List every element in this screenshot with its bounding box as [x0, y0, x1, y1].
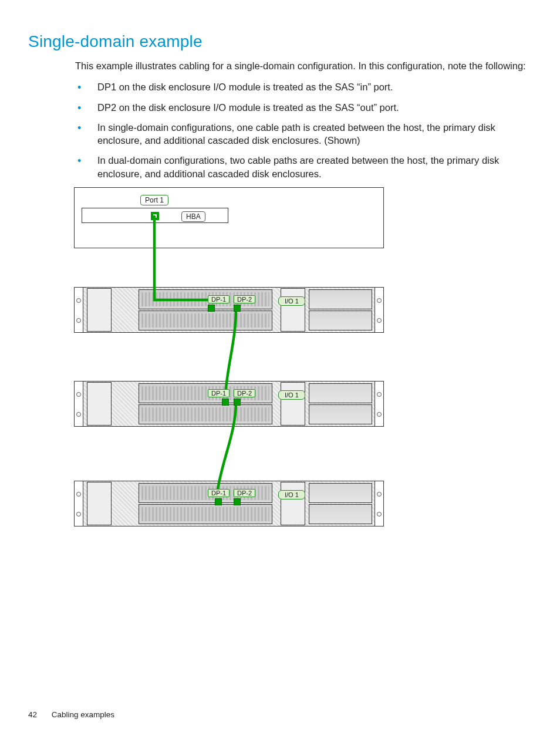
- dp1-label: DP-1: [208, 389, 230, 397]
- bullet-item: In dual-domain configurations, two cable…: [75, 154, 526, 180]
- disk-enclosure-1: DP-1 DP-2 I/O 1: [74, 287, 384, 333]
- page-number: 42: [28, 710, 49, 719]
- io1-label: I/O 1: [278, 490, 305, 499]
- bullet-item: DP2 on the disk enclosure I/O module is …: [75, 101, 526, 114]
- port1-label: Port 1: [140, 195, 168, 205]
- host-server-box: Port 1 HBA: [74, 187, 384, 248]
- dp2-label: DP-2: [234, 489, 255, 497]
- bullet-list: DP1 on the disk enclosure I/O module is …: [75, 80, 526, 180]
- io1-label: I/O 1: [278, 390, 305, 400]
- disk-enclosure-2: DP-1 DP-2 I/O 1: [74, 381, 384, 427]
- disk-enclosure-3: DP-1 DP-2 I/O 1: [74, 481, 384, 526]
- dp1-label: DP-1: [208, 295, 230, 303]
- dp2-port-icon: [234, 305, 241, 312]
- dp2-label: DP-2: [234, 389, 255, 397]
- bullet-item: In single-domain configurations, one cab…: [75, 121, 526, 147]
- io1-label: I/O 1: [278, 296, 305, 306]
- dp1-label: DP-1: [208, 489, 230, 497]
- hba-port-icon: [151, 212, 159, 220]
- footer-section-title: Cabling examples: [52, 710, 114, 719]
- hba-card: [82, 208, 228, 223]
- cabling-diagram: Port 1 HBA DP-1 DP-2: [74, 187, 384, 544]
- dp1-port-icon: [222, 399, 229, 406]
- hba-label: HBA: [181, 211, 205, 222]
- bullet-item: DP1 on the disk enclosure I/O module is …: [75, 80, 526, 93]
- dp1-port-icon: [215, 498, 222, 505]
- dp2-port-icon: [234, 399, 241, 406]
- dp2-port-icon: [234, 498, 241, 505]
- page-footer: 42 Cabling examples: [28, 710, 114, 719]
- dp1-port-icon: [208, 305, 215, 312]
- section-heading: Single-domain example: [28, 32, 532, 51]
- dp2-label: DP-2: [234, 295, 255, 303]
- intro-paragraph: This example illustrates cabling for a s…: [75, 59, 526, 72]
